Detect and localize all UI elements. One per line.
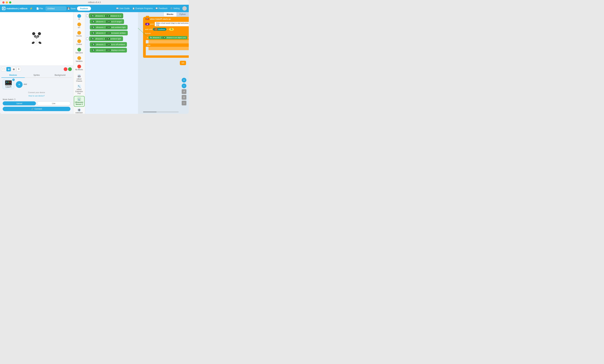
blocks-panel: AI IoT Events Control Operators Variable… xyxy=(73,12,85,114)
close-button[interactable] xyxy=(2,1,5,3)
else-label: else xyxy=(147,44,151,46)
stop-button[interactable] xyxy=(64,67,67,71)
block-button-4[interactable]: 📡 ultrasonic 2 1 ▼ increases ambien xyxy=(90,31,128,35)
block-item-4: 📡 ultrasonic 2 1 ▼ increases ambien xyxy=(86,31,137,35)
tab-background[interactable]: Background xyxy=(48,73,72,78)
sensor-block[interactable]: 📡 ultrasonic 2 1 ▼ distance to an object… xyxy=(149,36,187,39)
traffic-lights xyxy=(2,1,11,3)
save-button[interactable]: 💾 Save xyxy=(67,7,76,10)
view-full-btn[interactable]: ⛶ xyxy=(1,67,6,71)
forever-label-block[interactable]: forever xyxy=(143,32,189,35)
how-to-link[interactable]: How to use device? xyxy=(28,95,45,97)
wait-block[interactable]: wait until 🔊 loudness > 75 xyxy=(143,27,189,32)
category-control[interactable]: Control xyxy=(74,38,85,47)
loudness-pill[interactable]: 🔊 loudness xyxy=(153,28,166,31)
user-guide-link[interactable]: 📖 User Guide xyxy=(116,7,130,10)
block-button-6[interactable]: 📡 ultrasonic 2 1 ▼ turns off ambient xyxy=(90,42,127,47)
category-events[interactable]: Events xyxy=(74,30,85,38)
code-area: Blocks Python 🏁 when CyberPi starts up 🖨 xyxy=(138,12,189,114)
brand-logo: makeblock | mBlock xyxy=(2,7,27,10)
block-button-7[interactable]: 📡 ultrasonic 2 1 ▼ displays emotion xyxy=(90,48,127,52)
view-grid-btn[interactable]: ▦ xyxy=(6,67,11,71)
category-operators[interactable]: Operators xyxy=(74,47,85,55)
device-close-btn[interactable]: ✕ xyxy=(12,79,15,81)
main-content: ⛶ ▦ ▤ ⠿ Devices Sprites Background ✕ xyxy=(0,12,189,114)
category-variables[interactable]: Variables xyxy=(74,55,85,63)
connect-info: Connect your device How to use device? xyxy=(1,90,72,98)
connect-button[interactable]: 🔗 Connect xyxy=(3,107,70,111)
publish-button[interactable]: Publish xyxy=(77,6,91,11)
print-icon: 🖨 xyxy=(145,23,150,25)
live-mode-btn[interactable]: Live xyxy=(37,101,70,105)
project-title-input[interactable] xyxy=(46,7,66,11)
print-block[interactable]: 🖨 print Make a loud sound (clap) to star… xyxy=(143,21,189,27)
cyberpi-card[interactable]: ✕ CyberPi xyxy=(3,79,14,89)
add-device-button[interactable]: + xyxy=(16,81,23,88)
category-my-blocks[interactable]: My Blocks xyxy=(74,64,85,72)
fit-screen-btn[interactable]: ⊡ xyxy=(182,95,186,100)
tab-sprites[interactable]: Sprites xyxy=(25,73,48,78)
hat-block[interactable]: 🏁 when CyberPi starts up xyxy=(143,17,189,21)
center-btn[interactable]: = xyxy=(182,101,186,105)
tab-devices[interactable]: Devices xyxy=(1,73,25,78)
category-extension[interactable]: ➕ extension xyxy=(74,107,85,114)
category-mbot2-ext[interactable]: 🔧 mBot2 Extension Port xyxy=(74,84,85,96)
if-condition-block[interactable]: if 📡 ultrasonic 2 1 ▼ distance to an obj… xyxy=(146,35,189,40)
category-ai[interactable]: AI xyxy=(74,13,85,21)
device-area: ✕ CyberPi + Add xyxy=(1,78,72,90)
svg-rect-25 xyxy=(10,82,11,83)
else-inner-space xyxy=(149,47,189,50)
forever-label: forever xyxy=(145,32,151,34)
zoom-out-btn[interactable]: − xyxy=(182,84,186,88)
nav-icon-button[interactable]: ⚡ xyxy=(29,7,34,11)
tab-blocks[interactable]: Blocks xyxy=(164,12,176,16)
hat-bump xyxy=(146,16,149,17)
zoom-controls: + − ↺ ⊡ = xyxy=(182,78,186,105)
block-button-2[interactable]: 📡 ultrasonic 2 1 ▼ out of range? xyxy=(90,19,124,24)
sensor-icon-5: 📡 xyxy=(91,37,95,40)
category-mbot2-chassis[interactable]: 🤖 mBot2 Chassis xyxy=(74,73,85,83)
minimize-button[interactable] xyxy=(6,1,8,3)
block-item-5: 📡 ultrasonic 2 1 ▼ ambient light xyxy=(86,36,137,41)
brand-icon xyxy=(2,7,5,10)
scrollbar-thumb[interactable] xyxy=(143,111,157,112)
sensor-port[interactable]: 1 ▼ xyxy=(162,36,166,39)
run-button[interactable] xyxy=(68,67,72,71)
maximize-button[interactable] xyxy=(9,1,11,3)
horizontal-scrollbar[interactable] xyxy=(143,111,179,112)
block-button-5[interactable]: 📡 ultrasonic 2 1 ▼ ambient light xyxy=(89,36,123,41)
top-nav: makeblock | mBlock ⚡ 📄 File 💾 Save Publi… xyxy=(0,5,189,12)
example-programs-link[interactable]: 📋 Example Programs xyxy=(132,7,153,10)
file-menu-button[interactable]: 📄 File xyxy=(35,7,44,11)
upload-mode-btn[interactable]: Upload xyxy=(3,101,36,105)
setting-link[interactable]: ⚙️ Setting xyxy=(170,7,180,10)
block-button-1[interactable]: 📡 ultrasonic 2 1 ▼ distance to a xyxy=(89,13,123,18)
hat-label: when CyberPi starts up xyxy=(150,18,171,20)
svg-point-12 xyxy=(35,36,36,36)
svg-rect-2 xyxy=(3,8,4,9)
user-avatar[interactable] xyxy=(182,6,187,11)
reset-zoom-btn[interactable]: ↺ xyxy=(182,89,186,94)
if-block-container: if 📡 ultrasonic 2 1 ▼ distance to an obj… xyxy=(143,35,189,55)
xml-toggle-btn[interactable]: </> xyxy=(180,61,186,65)
mode-switch: Mode Switch ⓘ Upload Live 🔗 Connect xyxy=(1,98,72,112)
view-dots-btn[interactable]: ⠿ xyxy=(16,67,21,71)
print-text[interactable]: Make a loud sound (clap) to start and pr… xyxy=(155,22,189,26)
left-panel: ⛶ ▦ ▤ ⠿ Devices Sprites Background ✕ xyxy=(0,12,73,114)
block-item-3: 📡 ultrasonic 2 1 ▼ sets ambient light xyxy=(86,25,137,30)
zoom-in-btn[interactable]: + xyxy=(182,78,186,83)
device-card-label: CyberPi xyxy=(4,86,13,88)
feedback-link[interactable]: 💬 Feedback xyxy=(155,7,167,10)
svg-rect-1 xyxy=(3,8,5,8)
block-checkbox-5[interactable] xyxy=(86,37,88,40)
view-list-btn[interactable]: ▤ xyxy=(12,67,16,71)
tab-python[interactable]: Python xyxy=(176,12,189,16)
sensor-text: distance to an object (cm) xyxy=(166,37,186,38)
loudness-val[interactable]: 75 xyxy=(169,28,174,31)
svg-point-13 xyxy=(38,36,38,36)
category-iot[interactable]: IoT xyxy=(74,22,85,30)
device-tabs: Devices Sprites Background xyxy=(1,73,72,78)
category-ultrasonic[interactable]: 📡 Ultrasonic Sensor 2 xyxy=(74,96,85,107)
block-checkbox-1[interactable] xyxy=(86,15,88,17)
block-button-3[interactable]: 📡 ultrasonic 2 1 ▼ sets ambient light xyxy=(90,25,127,30)
